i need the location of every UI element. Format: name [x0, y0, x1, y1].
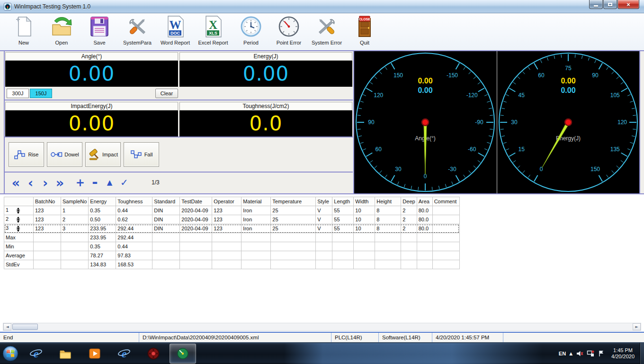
rise-button[interactable]: Rise: [9, 142, 44, 167]
table-cell[interactable]: [271, 233, 316, 242]
table-cell[interactable]: [34, 251, 61, 260]
table-cell[interactable]: [34, 260, 61, 269]
table-cell[interactable]: 168.53: [116, 260, 152, 269]
table-cell[interactable]: [332, 260, 354, 269]
table-cell[interactable]: 8: [375, 224, 401, 233]
table-cell[interactable]: [354, 260, 375, 269]
table-cell[interactable]: [152, 242, 180, 251]
table-cell[interactable]: [354, 242, 375, 251]
table-cell[interactable]: [401, 251, 417, 260]
table-cell[interactable]: [316, 260, 332, 269]
clock[interactable]: 1:45 PM 4/20/2020: [611, 347, 635, 360]
table-cell[interactable]: 0.35: [89, 206, 116, 215]
row-header[interactable]: Min: [4, 242, 34, 251]
column-header[interactable]: Style: [316, 197, 332, 206]
row-header[interactable]: 2: [4, 215, 34, 224]
column-header[interactable]: Deep: [401, 197, 417, 206]
table-cell[interactable]: [432, 206, 459, 215]
table-cell[interactable]: 2020-04-09: [180, 206, 212, 215]
table-cell[interactable]: [212, 233, 242, 242]
table-cell[interactable]: 123: [212, 224, 242, 233]
toolbar-point-error-button[interactable]: Point Error: [270, 13, 308, 49]
table-cell[interactable]: [432, 224, 459, 233]
table-cell[interactable]: 2: [401, 215, 417, 224]
scrollbar-track[interactable]: [11, 323, 633, 330]
table-cell[interactable]: [375, 242, 401, 251]
table-cell[interactable]: [242, 251, 271, 260]
table-cell[interactable]: [242, 233, 271, 242]
table-cell[interactable]: [417, 233, 432, 242]
table-cell[interactable]: [401, 260, 417, 269]
table-cell[interactable]: 233.95: [89, 233, 116, 242]
toolbar-period-button[interactable]: Period: [232, 13, 270, 49]
action-center-flag-icon[interactable]: [598, 350, 605, 357]
row-header[interactable]: Max: [4, 233, 34, 242]
column-header[interactable]: Standard: [152, 197, 180, 206]
table-cell[interactable]: [316, 251, 332, 260]
table-cell[interactable]: [180, 233, 212, 242]
table-cell[interactable]: 10: [354, 224, 375, 233]
column-header[interactable]: Area: [417, 197, 432, 206]
maximize-button[interactable]: [603, 0, 617, 9]
start-button[interactable]: [2, 345, 19, 362]
table-cell[interactable]: [61, 260, 89, 269]
table-cell[interactable]: 8: [375, 215, 401, 224]
fall-button[interactable]: Fall: [124, 142, 159, 167]
table-cell[interactable]: [332, 233, 354, 242]
range-300j-button[interactable]: 300J: [7, 89, 29, 98]
row-header[interactable]: 3: [4, 224, 34, 233]
table-cell[interactable]: 10: [354, 215, 375, 224]
table-cell[interactable]: [242, 260, 271, 269]
table-cell[interactable]: [271, 242, 316, 251]
taskbar-browser-button[interactable]: e: [111, 344, 137, 364]
table-cell[interactable]: [401, 233, 417, 242]
volume-icon[interactable]: [576, 350, 583, 357]
table-cell[interactable]: [375, 233, 401, 242]
table-cell[interactable]: [271, 251, 316, 260]
nav-first-button[interactable]: «: [9, 176, 23, 189]
table-cell[interactable]: [316, 233, 332, 242]
taskbar-explorer-button[interactable]: [52, 344, 79, 364]
table-cell[interactable]: 123: [212, 206, 242, 215]
toolbar-word-report-button[interactable]: W DOC Word Report: [156, 13, 194, 49]
horizontal-scrollbar[interactable]: ◄ ►: [3, 323, 641, 331]
toolbar-systempara-button[interactable]: SystemPara: [118, 13, 156, 49]
table-cell[interactable]: 0.44: [116, 242, 152, 251]
table-row[interactable]: 31233233.95292.44DIN2020-04-09123Iron25V…: [4, 224, 460, 233]
scroll-right-arrow[interactable]: ►: [633, 323, 641, 330]
table-cell[interactable]: [180, 242, 212, 251]
scrollbar-thumb[interactable]: [12, 324, 38, 330]
table-cell[interactable]: 134.83: [89, 260, 116, 269]
table-cell[interactable]: Iron: [242, 206, 271, 215]
table-cell[interactable]: 0.44: [116, 206, 152, 215]
nav-next-button[interactable]: ›: [38, 176, 53, 189]
table-cell[interactable]: 123: [34, 206, 61, 215]
column-header[interactable]: Toughness: [116, 197, 152, 206]
toolbar-new-button[interactable]: New: [5, 13, 43, 49]
table-cell[interactable]: 0.62: [116, 215, 152, 224]
table-cell[interactable]: V: [316, 224, 332, 233]
table-cell[interactable]: 55: [332, 215, 354, 224]
table-cell[interactable]: [432, 215, 459, 224]
show-desktop-button[interactable]: [640, 343, 644, 364]
table-cell[interactable]: 80.0: [417, 215, 432, 224]
table-cell[interactable]: 123: [34, 224, 61, 233]
table-cell[interactable]: Iron: [242, 224, 271, 233]
table-cell[interactable]: 0.35: [89, 242, 116, 251]
table-cell[interactable]: 2: [401, 206, 417, 215]
table-cell[interactable]: Iron: [242, 215, 271, 224]
corner-header[interactable]: [4, 197, 34, 206]
table-cell[interactable]: 0.50: [89, 215, 116, 224]
nav-add-button[interactable]: +: [73, 177, 88, 188]
table-cell[interactable]: [354, 233, 375, 242]
toolbar-excel-report-button[interactable]: X XLS Excel Report: [194, 13, 232, 49]
table-cell[interactable]: 10: [354, 206, 375, 215]
table-cell[interactable]: [180, 260, 212, 269]
column-header[interactable]: Comment: [432, 197, 459, 206]
toolbar-open-button[interactable]: Open: [43, 13, 80, 49]
table-cell[interactable]: [432, 260, 459, 269]
table-row[interactable]: Max233.95292.44: [4, 233, 460, 242]
table-cell[interactable]: [332, 251, 354, 260]
range-150j-button[interactable]: 150J: [30, 89, 52, 98]
toolbar-save-button[interactable]: Save: [80, 13, 118, 49]
